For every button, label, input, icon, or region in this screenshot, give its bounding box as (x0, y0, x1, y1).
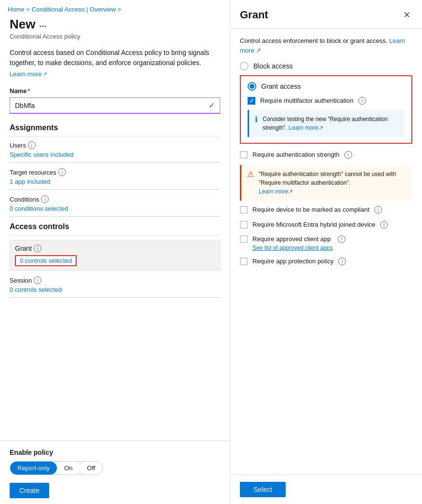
users-label: Users i (10, 141, 220, 149)
target-label: Target resources i (10, 168, 220, 176)
radio-inner-dot (250, 84, 254, 89)
access-controls-divider (10, 235, 220, 235)
page-subtitle: Conditional Access policy (10, 33, 220, 40)
mfa-info-icon[interactable]: i (358, 97, 366, 105)
learn-more-link[interactable]: Learn more ↗ (10, 70, 47, 78)
auth-strength-info-icon[interactable]: i (344, 151, 352, 159)
target-divider (10, 189, 220, 190)
page-title-text: New (10, 17, 35, 32)
approved-client-checkbox[interactable] (240, 235, 248, 243)
breadcrumb-sep1: > (26, 6, 30, 13)
access-controls-section: Access controls Grant i 0 controls selec… (10, 222, 220, 298)
approved-client-label: Require approved client app (252, 235, 333, 244)
block-access-option[interactable]: Block access (240, 62, 412, 70)
hybrid-label: Require Microsoft Entra hybrid joined de… (252, 220, 375, 229)
breadcrumb-sep2: > (118, 6, 121, 13)
mfa-label: Require multifactor authentication (260, 96, 354, 105)
assignments-divider (10, 136, 220, 136)
name-label: Name* (10, 87, 220, 95)
breadcrumb-overview[interactable]: Conditional Access | Overview (32, 6, 116, 13)
session-info-icon[interactable]: i (34, 276, 41, 284)
right-panel: Grant ✕ Control access enforcement to bl… (230, 0, 422, 504)
auth-strength-checkbox[interactable] (240, 151, 248, 159)
panel-body: Control access enforcement to block or g… (230, 28, 422, 475)
panel-title: Grant (240, 9, 268, 21)
grant-label: Grant (15, 245, 32, 252)
conditions-label: Conditions i (10, 195, 220, 203)
session-label: Session i (10, 276, 220, 284)
learn-more-text: Learn more (10, 70, 41, 78)
info-box-blue: ℹ Consider testing the new "Require auth… (248, 110, 405, 137)
grant-access-radio[interactable] (248, 82, 256, 91)
users-value[interactable]: Specific users included (10, 151, 220, 158)
compliant-label: Require device to be marked as compliant (252, 205, 369, 214)
session-divider (10, 297, 220, 298)
mfa-checkbox[interactable] (248, 97, 255, 105)
session-value[interactable]: 0 controls selected (10, 286, 220, 293)
breadcrumb: Home > Conditional Access | Overview > (0, 0, 230, 17)
ellipsis-menu[interactable]: ... (39, 19, 46, 29)
users-section: Users i Specific users included (10, 141, 220, 158)
panel-header: Grant ✕ (230, 0, 422, 28)
create-button[interactable]: Create (10, 483, 49, 498)
info-box-learn-more[interactable]: Learn more↗ (289, 124, 323, 131)
toggle-report-only[interactable]: Report-only (10, 462, 57, 475)
panel-desc-text: Control access enforcement to block or g… (240, 37, 387, 44)
assignments-title: Assignments (10, 123, 220, 132)
grant-access-label: Grant access (261, 82, 301, 90)
info-blue-icon: ℹ (255, 115, 258, 132)
app-protection-row: Require app protection policy i (240, 257, 412, 266)
target-resources-section: Target resources i 1 app included (10, 168, 220, 185)
description-content: Control access based on Conditional Acce… (10, 49, 209, 67)
block-access-radio[interactable] (240, 62, 249, 70)
access-controls-title: Access controls (10, 222, 220, 231)
panel-ext-icon: ↗ (256, 47, 261, 54)
compliant-checkbox[interactable] (240, 206, 248, 214)
warning-icon: ⚠ (247, 170, 254, 196)
approved-client-apps-link[interactable]: See list of approved client apps (252, 245, 333, 251)
external-link-icon: ↗ (43, 71, 47, 77)
conditions-info-icon[interactable]: i (41, 195, 49, 203)
users-info-icon[interactable]: i (28, 141, 36, 149)
panel-description: Control access enforcement to block or g… (240, 36, 412, 55)
app-protection-info-icon[interactable]: i (338, 258, 346, 265)
session-section: Session i 0 controls selected (10, 276, 220, 293)
toggle-off[interactable]: Off (80, 462, 103, 475)
compliant-info-icon[interactable]: i (374, 206, 382, 214)
name-value: DbMfa (15, 102, 35, 109)
hybrid-row: Require Microsoft Entra hybrid joined de… (240, 220, 412, 229)
block-access-label: Block access (253, 62, 293, 70)
grant-label-row: Grant i (15, 245, 215, 252)
grant-controls-value[interactable]: 0 controls selected (15, 255, 77, 266)
hybrid-checkbox[interactable] (240, 221, 248, 229)
conditions-divider (10, 216, 220, 217)
enable-policy-section: Enable policy Report-only On Off Create (0, 440, 230, 504)
name-input[interactable]: DbMfa ✓ (10, 97, 220, 114)
hybrid-info-icon[interactable]: i (380, 221, 388, 229)
select-button[interactable]: Select (240, 482, 286, 497)
target-info-icon[interactable]: i (58, 168, 66, 176)
conditions-value[interactable]: 0 conditions selected (10, 205, 220, 212)
close-button[interactable]: ✕ (401, 8, 412, 22)
auth-strength-label: Require authentication strength (252, 150, 340, 159)
warning-learn-more[interactable]: Learn more↗ (259, 188, 293, 195)
grant-access-box: Grant access Require multifactor authent… (240, 75, 412, 144)
page-title: New ... (10, 17, 220, 32)
conditions-section: Conditions i 0 conditions selected (10, 195, 220, 212)
target-value[interactable]: 1 app included (10, 178, 220, 185)
toggle-on[interactable]: On (57, 462, 79, 475)
breadcrumb-home[interactable]: Home (8, 6, 25, 13)
approved-client-row: Require approved client app See list of … (240, 235, 412, 251)
name-check-icon: ✓ (209, 101, 215, 110)
toggle-group: Report-only On Off (10, 461, 220, 475)
left-content: New ... Conditional Access policy Contro… (0, 17, 230, 440)
app-protection-label: Require app protection policy (252, 257, 333, 266)
grant-access-radio-row: Grant access (248, 82, 405, 91)
enable-policy-title: Enable policy (10, 449, 220, 456)
approved-client-info-icon[interactable]: i (338, 235, 345, 243)
info-box-blue-text: Consider testing the new "Require authen… (263, 115, 399, 132)
app-protection-checkbox[interactable] (240, 258, 248, 265)
mfa-checkbox-item: Require multifactor authentication i (248, 96, 405, 105)
grant-info-icon[interactable]: i (34, 245, 41, 252)
grant-row: Grant i 0 controls selected (10, 240, 220, 271)
